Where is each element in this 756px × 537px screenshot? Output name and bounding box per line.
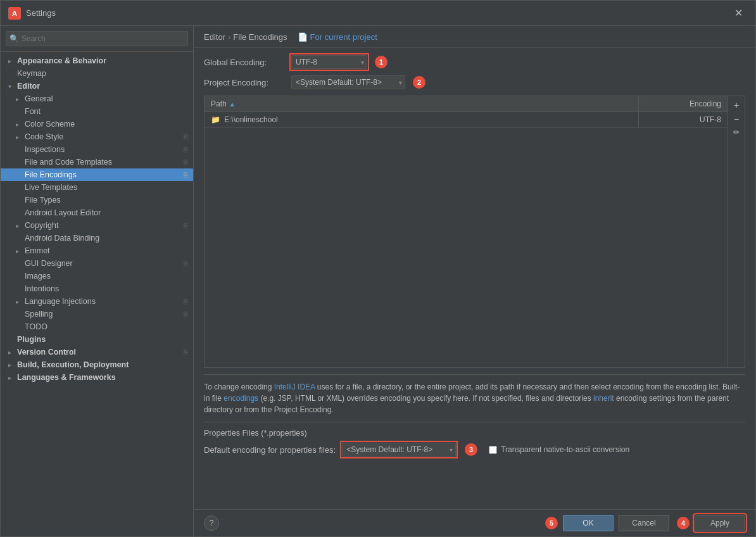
sidebar-item-file-types[interactable]: File Types xyxy=(1,194,193,206)
sidebar-item-appearance[interactable]: Appearance & Behavior xyxy=(1,54,193,67)
expand-arrow-editor xyxy=(8,83,17,90)
sidebar-item-label: Language Injections xyxy=(25,297,181,306)
ok-button[interactable]: OK xyxy=(563,515,614,531)
sidebar-item-keymap[interactable]: Keymap xyxy=(1,67,193,80)
expand-arrow-lf xyxy=(8,374,17,381)
sidebar: 🔍 Appearance & Behavior Keymap xyxy=(1,26,194,536)
row-path-value: E:\\onlineschool xyxy=(224,115,278,124)
search-input[interactable] xyxy=(6,31,188,46)
breadcrumb-sep: › xyxy=(228,32,230,42)
sidebar-item-live-templates[interactable]: Live Templates xyxy=(1,181,193,194)
sidebar-item-file-code-templates[interactable]: File and Code Templates ⎘ xyxy=(1,156,193,168)
help-button[interactable]: ? xyxy=(204,515,219,531)
info-highlight-1: IntelliJ IDEA xyxy=(274,382,315,391)
annotation-1: 1 xyxy=(375,56,387,68)
sidebar-item-label: Version Control xyxy=(17,348,181,357)
sidebar-item-images[interactable]: Images xyxy=(1,270,193,282)
app-icon: A xyxy=(8,7,21,20)
global-encoding-wrapper: UTF-8 UTF-16 ISO-8859-1 ▾ xyxy=(291,55,367,69)
main-content: 🔍 Appearance & Behavior Keymap xyxy=(1,26,755,536)
sidebar-item-inspections[interactable]: Inspections ⎘ xyxy=(1,143,193,156)
transparent-checkbox-wrapper: Transparent native-to-ascii conversion xyxy=(489,445,629,454)
sidebar-item-label: Android Data Binding xyxy=(25,234,188,243)
search-bar: 🔍 xyxy=(1,26,193,52)
sidebar-item-label: Emmet xyxy=(25,246,188,255)
global-encoding-select[interactable]: UTF-8 UTF-16 ISO-8859-1 xyxy=(291,55,367,69)
sidebar-item-label: Live Templates xyxy=(25,183,188,192)
cancel-button[interactable]: Cancel xyxy=(619,515,669,531)
info-highlight-3: inherit xyxy=(593,394,614,403)
expand-arrow-vc xyxy=(8,349,17,356)
transparent-checkbox-label: Transparent native-to-ascii conversion xyxy=(501,445,629,454)
copy-icon-spelling: ⎘ xyxy=(184,310,188,318)
project-encoding-select[interactable]: <System Default: UTF-8> UTF-8 UTF-16 ISO… xyxy=(291,75,405,89)
sidebar-item-gui-designer[interactable]: GUI Designer ⎘ xyxy=(1,257,193,270)
sidebar-item-languages-frameworks[interactable]: Languages & Frameworks xyxy=(1,371,193,384)
info-highlight-2: encodings xyxy=(224,394,258,403)
expand-arrow-bed xyxy=(8,362,17,369)
sidebar-item-copyright[interactable]: Copyright ⎘ xyxy=(1,219,193,232)
expand-arrow-color-scheme xyxy=(16,121,25,128)
sidebar-item-color-scheme[interactable]: Color Scheme xyxy=(1,118,193,130)
sidebar-item-code-style[interactable]: Code Style ⎘ xyxy=(1,130,193,143)
sidebar-item-build-execution[interactable]: Build, Execution, Deployment xyxy=(1,358,193,371)
sidebar-item-plugins[interactable]: Plugins xyxy=(1,333,193,346)
transparent-checkbox[interactable] xyxy=(489,446,497,454)
edit-row-button[interactable]: ✏ xyxy=(729,127,743,138)
sidebar-item-label: Android Layout Editor xyxy=(25,208,188,217)
sidebar-item-label: Color Scheme xyxy=(25,120,188,129)
sidebar-item-file-encodings[interactable]: File Encodings ⎘ xyxy=(1,168,193,181)
row-path-cell: 📁 E:\\onlineschool xyxy=(205,112,639,127)
sidebar-item-label: Images xyxy=(25,272,188,281)
sidebar-item-emmet[interactable]: Emmet xyxy=(1,244,193,257)
sidebar-item-font[interactable]: Font xyxy=(1,105,193,118)
sidebar-item-label: Appearance & Behavior xyxy=(17,56,188,65)
sidebar-item-label: General xyxy=(25,94,188,103)
breadcrumb-link[interactable]: For current project xyxy=(310,32,377,42)
table-row[interactable]: 📁 E:\\onlineschool UTF-8 xyxy=(205,112,728,128)
apply-button[interactable]: Apply xyxy=(695,515,745,531)
sidebar-item-label: Font xyxy=(25,107,188,116)
annotation-3: 3 xyxy=(465,443,477,456)
bottom-bar: ? 5 OK Cancel 4 Apply xyxy=(194,509,755,536)
sort-icon: ▲ xyxy=(229,101,236,108)
settings-dialog: A Settings ✕ 🔍 Appearance & Behavior xyxy=(0,0,756,537)
annotation-5: 5 xyxy=(545,517,558,529)
annotation-2: 2 xyxy=(413,76,425,89)
col-path-label: Path xyxy=(211,99,227,108)
sidebar-item-version-control[interactable]: Version Control ⎘ xyxy=(1,346,193,358)
sidebar-item-label: File and Code Templates xyxy=(25,158,181,167)
sidebar-item-language-injections[interactable]: Language Injections ⎘ xyxy=(1,295,193,308)
properties-encoding-select[interactable]: <System Default: UTF-8> UTF-8 UTF-16 xyxy=(342,443,456,457)
sidebar-item-spelling[interactable]: Spelling ⎘ xyxy=(1,308,193,320)
content-header: Editor › File Encodings 📄 For current pr… xyxy=(194,26,755,47)
sidebar-item-android-layout-editor[interactable]: Android Layout Editor xyxy=(1,206,193,219)
copy-icon: ⎘ xyxy=(184,133,188,141)
close-button[interactable]: ✕ xyxy=(729,4,748,22)
sidebar-item-intentions[interactable]: Intentions xyxy=(1,282,193,295)
expand-arrow-code-style xyxy=(16,134,25,141)
project-encoding-row: Project Encoding: <System Default: UTF-8… xyxy=(204,75,745,89)
sidebar-item-label: TODO xyxy=(25,322,188,331)
copy-icon-gui: ⎘ xyxy=(184,260,188,267)
expand-arrow-appearance xyxy=(8,58,17,65)
content-area: Editor › File Encodings 📄 For current pr… xyxy=(194,26,755,536)
sidebar-item-label: File Encodings xyxy=(25,170,181,179)
sidebar-item-general[interactable]: General xyxy=(1,92,193,105)
sidebar-item-android-data-binding[interactable]: Android Data Binding xyxy=(1,232,193,244)
search-icon: 🔍 xyxy=(9,34,19,43)
expand-arrow-copyright xyxy=(16,222,25,229)
row-encoding-cell: UTF-8 xyxy=(639,112,728,127)
sidebar-item-editor[interactable]: Editor xyxy=(1,80,193,92)
sidebar-item-label: Keymap xyxy=(17,69,188,78)
sidebar-item-label: Intentions xyxy=(25,284,188,293)
properties-encoding-label: Default encoding for properties files: xyxy=(204,445,336,455)
sidebar-item-todo[interactable]: TODO xyxy=(1,320,193,333)
dialog-title: Settings xyxy=(26,8,729,18)
properties-title: Properties Files (*.properties) xyxy=(204,429,745,438)
copy-icon-li: ⎘ xyxy=(184,298,188,305)
encoding-table-container: Path ▲ Encoding 📁 E:\\onlineschool xyxy=(204,96,745,368)
properties-section: Properties Files (*.properties) Default … xyxy=(204,422,745,457)
remove-row-button[interactable]: − xyxy=(729,113,743,125)
add-row-button[interactable]: + xyxy=(729,99,743,111)
